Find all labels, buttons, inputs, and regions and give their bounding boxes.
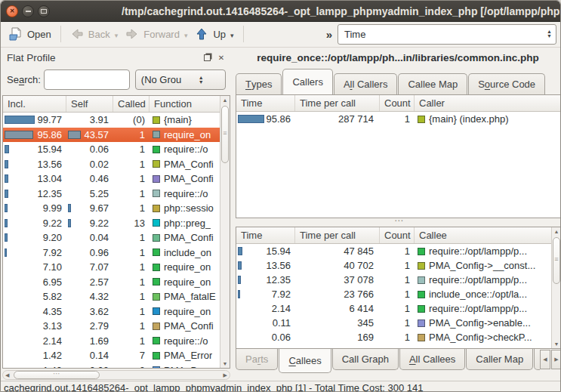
column-header-caller[interactable]: Caller [415, 95, 561, 111]
toolbar-overflow-chevron[interactable]: » [326, 28, 332, 41]
function-row[interactable]: 2.14 1.69 1 require::/o [3, 334, 220, 349]
callee-row[interactable]: 0.11 345 1 PMA_Config->enable... [236, 316, 551, 330]
function-name: PMA_Confi [164, 159, 214, 170]
tab-scroll-right-icon[interactable] [551, 350, 561, 369]
callee-row[interactable]: 15.94 47 845 1 require::/opt/lampp/p... [236, 244, 551, 258]
function-name: include_on [164, 247, 211, 258]
scroll-down-icon[interactable] [220, 360, 230, 368]
column-header-count[interactable]: Count [380, 227, 415, 243]
vertical-scrollbar[interactable] [551, 227, 561, 348]
forward-button[interactable]: Forward [122, 25, 183, 43]
event-type-combo[interactable]: Time [338, 24, 556, 45]
inclusive-cost-bar [5, 174, 8, 183]
function-row[interactable]: 7.92 0.96 1 include_on [3, 245, 220, 261]
horizontal-scrollbar[interactable] [2, 370, 230, 380]
up-button[interactable]: Up [191, 25, 230, 43]
time-cost-bar [238, 290, 240, 298]
up-dropdown-arrow[interactable] [230, 29, 234, 40]
minimize-button[interactable] [22, 5, 34, 17]
back-label: Back [88, 29, 110, 40]
tab[interactable]: Call Graph [332, 349, 399, 370]
function-row[interactable]: 9.20 0.04 1 PMA_Confi [3, 230, 220, 245]
function-row[interactable]: 99.77 3.91 (0) {main} [3, 113, 220, 128]
float-dock-icon[interactable] [202, 54, 211, 63]
forward-dropdown-arrow[interactable] [184, 29, 188, 40]
dock-title: Flat Profile [7, 52, 56, 63]
function-name: require_on [164, 276, 211, 288]
self-value: 0.02 [90, 159, 109, 170]
search-input[interactable] [44, 69, 130, 90]
function-color-icon [153, 116, 160, 124]
function-row[interactable]: 9.99 9.67 1 php::sessio [3, 201, 220, 216]
callee-row[interactable]: 2.14 6 414 1 require::/opt/lampp/p... [236, 301, 551, 316]
function-row[interactable]: 13.04 0.46 1 PMA_Confi [3, 171, 220, 187]
tab[interactable]: All Callers [334, 73, 398, 94]
vertical-scrollbar[interactable] [220, 96, 230, 368]
function-row[interactable]: 1.40 0.02 2 PMA_B [3, 363, 220, 369]
function-row[interactable]: 13.56 0.02 1 PMA_Confi [3, 157, 220, 172]
column-header-time[interactable]: Time [236, 95, 295, 111]
tab[interactable]: Callers [282, 69, 332, 94]
scroll-right-icon[interactable] [223, 371, 227, 379]
close-button[interactable] [6, 5, 18, 17]
function-row[interactable]: 4.35 3.62 1 require_on [3, 304, 220, 319]
scrollbar-thumb[interactable] [14, 371, 100, 379]
column-header-time[interactable]: Time [236, 227, 295, 243]
callee-name: include_once::/opt/la... [429, 289, 527, 300]
function-row[interactable]: 3.13 2.79 1 PMA_Confi [3, 319, 220, 334]
function-name: require_on [164, 261, 211, 273]
column-header-incl[interactable]: Incl. [3, 96, 66, 112]
function-row[interactable]: 15.94 0.06 1 require::/o [3, 142, 220, 157]
back-dropdown-arrow[interactable] [115, 29, 119, 40]
back-button[interactable]: Back [66, 25, 114, 43]
callee-row[interactable]: 7.92 23 766 1 include_once::/opt/la... [236, 287, 551, 301]
caller-row[interactable]: 95.86 287 714 1 {main} (index.php) [236, 112, 561, 126]
spinner-arrows-icon[interactable] [547, 29, 552, 39]
scroll-down-icon[interactable] [552, 340, 561, 348]
function-row[interactable]: 7.10 7.07 1 require_on [3, 260, 220, 275]
toolbar: Open Back Forward Up » Time [1, 21, 560, 48]
open-button[interactable]: Open [5, 25, 55, 44]
column-header-time-per-call[interactable]: Time per call [295, 95, 380, 111]
tab[interactable]: Types [236, 73, 282, 94]
dock-close-icon[interactable]: ✕ [217, 54, 226, 63]
tab[interactable]: Source Code [468, 73, 545, 94]
scrollbar-thumb[interactable] [221, 106, 229, 163]
tab[interactable]: Callees [279, 349, 331, 373]
callee-row[interactable]: 0.03 98 1 PMA_Co [236, 344, 551, 348]
scrollbar-thumb[interactable] [553, 237, 560, 284]
column-header-time-per-call[interactable]: Time per call [295, 227, 380, 243]
tab[interactable]: Parts [236, 349, 278, 370]
callee-row[interactable]: 13.56 40 702 1 PMA_Config->__const... [236, 258, 551, 273]
scroll-up-icon[interactable] [552, 227, 561, 236]
column-header-callee[interactable]: Callee [415, 227, 561, 243]
column-header-count[interactable]: Count [380, 95, 415, 111]
time-per-call-value: 40 702 [295, 260, 380, 271]
maximize-button[interactable] [38, 5, 50, 17]
tab[interactable]: All Callees [399, 349, 465, 370]
function-row[interactable]: 95.86 43.57 1 require_on [3, 128, 220, 143]
incl-value: 9.99 [43, 202, 62, 214]
function-row[interactable]: 6.95 2.57 1 require_on [3, 275, 220, 290]
titlebar[interactable]: /tmp/cachegrind.out.1416485264-_opt_lamp… [1, 1, 560, 22]
grouping-combo[interactable]: (No Grouping) [135, 69, 226, 90]
column-header-called[interactable]: Called [113, 96, 149, 112]
column-header-self[interactable]: Self [66, 96, 113, 112]
function-row[interactable]: 9.22 9.22 13 php::preg_ [3, 216, 220, 231]
function-row[interactable]: 5.82 4.32 1 PMA_fatalE [3, 289, 220, 304]
horizontal-splitter[interactable] [236, 218, 561, 227]
scroll-left-icon[interactable] [5, 371, 9, 379]
callee-row[interactable]: 0.06 169 1 PMA_Config->checkP... [236, 330, 551, 344]
tab[interactable]: Callee Map [398, 73, 467, 94]
tab[interactable]: Caller Map [466, 349, 533, 370]
function-name: PMA_B [164, 365, 197, 368]
callee-row[interactable]: 12.35 37 078 1 require::/opt/lampp/p... [236, 273, 551, 287]
forward-icon [125, 27, 139, 41]
scroll-up-icon[interactable] [220, 96, 230, 104]
function-row[interactable]: 1.42 0.14 7 PMA_Error [3, 348, 220, 363]
column-header-function[interactable]: Function [149, 96, 230, 112]
dock-titlebar[interactable]: Flat Profile ✕ [2, 49, 230, 66]
function-row[interactable]: 12.35 5.25 1 require::/o [3, 187, 220, 202]
tab-scroll-left-icon[interactable] [540, 350, 550, 369]
tab[interactable]: M [534, 349, 540, 370]
